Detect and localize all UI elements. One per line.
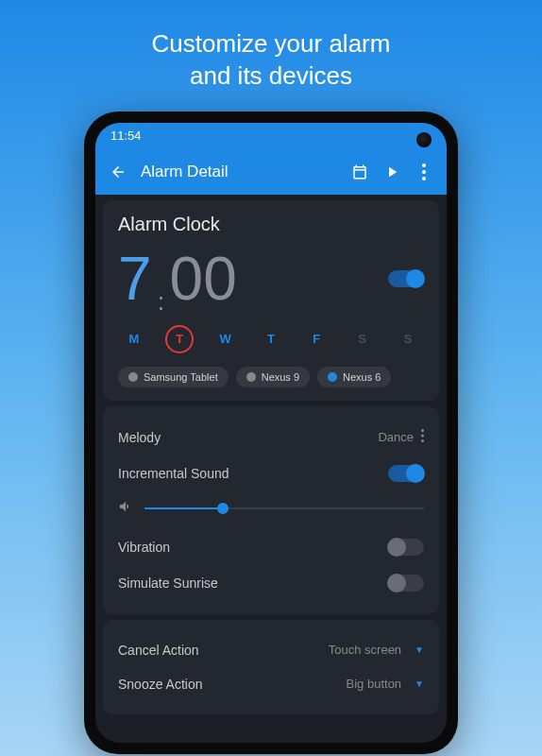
day-sun[interactable]: S — [394, 325, 422, 353]
day-sat[interactable]: S — [348, 325, 377, 353]
devices-row: Samsung Tablet Nexus 9 Nexus 6 — [118, 367, 424, 387]
calendar-icon[interactable] — [350, 163, 369, 181]
device-chip[interactable]: Nexus 9 — [236, 367, 310, 387]
snooze-action-label: Snooze Action — [118, 677, 203, 692]
day-tue[interactable]: T — [165, 325, 194, 353]
incremental-toggle[interactable] — [388, 465, 424, 482]
cancel-action-label: Cancel Action — [118, 643, 199, 658]
svg-point-5 — [421, 439, 424, 442]
volume-slider[interactable] — [144, 507, 424, 509]
alarm-card: Alarm Clock 7 00 M T W T F S S — [103, 200, 439, 401]
day-mon[interactable]: M — [120, 325, 148, 353]
time-picker[interactable]: 7 00 — [118, 249, 237, 310]
vibration-row: Vibration — [118, 529, 424, 565]
chevron-down-icon: ▼ — [415, 644, 424, 655]
cancel-action-value: Touch screen — [329, 643, 401, 657]
time-separator-icon — [160, 297, 162, 310]
sunrise-toggle[interactable] — [388, 575, 424, 592]
slider-thumb-icon — [217, 503, 229, 514]
volume-icon — [118, 499, 133, 518]
svg-point-4 — [421, 434, 424, 437]
sunrise-label: Simulate Sunrise — [118, 576, 218, 591]
more-icon[interactable] — [415, 163, 433, 181]
vibration-label: Vibration — [118, 540, 170, 555]
device-dot-icon — [328, 372, 337, 382]
incremental-sound-row: Incremental Sound — [118, 455, 424, 491]
back-icon[interactable] — [109, 163, 127, 181]
day-thu[interactable]: T — [257, 325, 285, 353]
page-title: Alarm Detail — [141, 163, 337, 181]
snooze-action-value: Big button — [347, 677, 402, 691]
melody-value: Dance — [378, 430, 414, 444]
melody-more-icon[interactable] — [421, 429, 424, 446]
device-chip[interactable]: Samsung Tablet — [118, 367, 229, 387]
app-bar: Alarm Detail — [95, 149, 447, 195]
alarm-name[interactable]: Alarm Clock — [118, 214, 424, 235]
alarm-hour: 7 — [118, 249, 152, 309]
sound-card: Melody Dance Incremental Sound — [103, 406, 439, 614]
incremental-label: Incremental Sound — [118, 466, 229, 481]
alarm-minute: 00 — [170, 249, 237, 309]
snooze-action-row[interactable]: Snooze Action Big button▼ — [118, 667, 424, 701]
alarm-enabled-toggle[interactable] — [388, 270, 424, 287]
sunrise-row: Simulate Sunrise — [118, 565, 424, 601]
chevron-down-icon: ▼ — [415, 679, 424, 689]
actions-card: Cancel Action Touch screen▼ Snooze Actio… — [103, 620, 439, 714]
day-wed[interactable]: W — [212, 325, 240, 353]
melody-label: Melody — [118, 430, 161, 445]
vibration-toggle[interactable] — [388, 539, 424, 556]
svg-point-2 — [422, 177, 426, 180]
day-fri[interactable]: F — [302, 325, 330, 353]
status-time: 11:54 — [110, 129, 142, 143]
cancel-action-row[interactable]: Cancel Action Touch screen▼ — [118, 633, 424, 667]
play-icon[interactable] — [382, 163, 401, 181]
device-dot-icon — [128, 372, 138, 382]
device-chip[interactable]: Nexus 6 — [317, 367, 391, 387]
volume-slider-row — [118, 491, 424, 529]
phone-screen: 11:54 Alarm Detail Alarm Clock 7 — [95, 123, 447, 743]
status-bar: 11:54 — [95, 123, 447, 149]
svg-point-1 — [422, 170, 426, 174]
phone-frame: 11:54 Alarm Detail Alarm Clock 7 — [84, 112, 458, 754]
promo-title: Customize your alarm and its devices — [0, 0, 542, 112]
device-dot-icon — [246, 372, 256, 382]
days-row: M T W T F S S — [118, 325, 424, 353]
svg-point-3 — [421, 429, 424, 432]
melody-row[interactable]: Melody Dance — [118, 420, 424, 455]
svg-point-0 — [422, 163, 426, 167]
